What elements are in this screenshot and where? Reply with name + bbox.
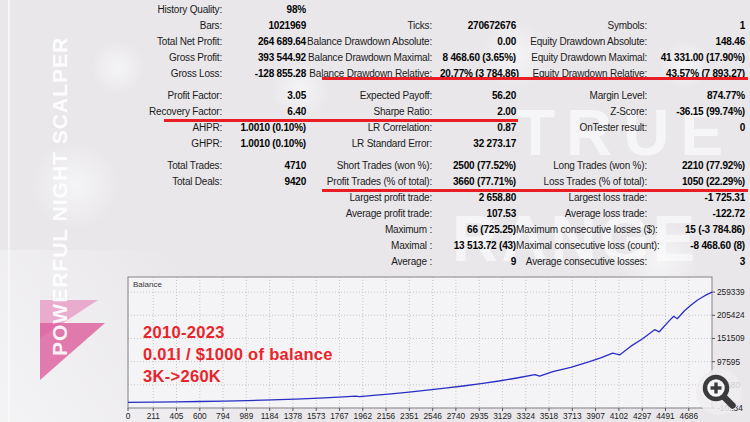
x-tick-label: 211 [147,411,161,421]
stat-value: 148.46 [655,34,745,50]
stat-label: Average loss trade: [516,206,655,222]
stat-label: Equity Drawdown Maximal: [516,50,655,66]
stat-value [230,254,306,270]
annotation-period: 2010-2023 [143,321,333,343]
stat-label: Short Trades (won %): [306,158,440,174]
x-tick-label: 3324 [517,411,536,421]
stat-label: Largest profit trade: [306,190,440,206]
stat-label: OnTester result: [516,120,655,136]
stat-value: 4710 [230,158,306,174]
stat-label: LR Standard Error: [306,136,440,152]
stat-value: 66 (725.25) [440,222,516,238]
x-tick-label: 1962 [354,411,373,421]
stat-value: 270672676 [440,18,516,34]
chart-title: Balance [133,280,162,289]
stat-label: Margin Level: [516,88,655,104]
stat-label: Total Trades: [130,158,230,174]
stat-label: Balance Drawdown Absolute: [306,34,440,50]
x-tick-label: 2935 [470,411,489,421]
stat-label: AHPR: [130,120,230,136]
x-tick-label: 405 [170,411,184,421]
stat-value: 56.20 [440,88,516,104]
stat-value: 1.0010 (0.10%) [230,120,306,136]
stat-value: -1 725.31 [655,190,745,206]
x-tick-label: 2546 [423,411,442,421]
stat-label [516,136,655,152]
y-tick-label: 205424 [717,310,745,320]
x-tick-label: 3518 [540,411,559,421]
annotation-lot-info: 0.01l / $1000 of balance [143,343,333,365]
product-name-vertical: POWERFUL NIGHT SCALPER [48,37,72,356]
stat-value: -128 855.28 [230,66,306,82]
stat-value: 0.00 [440,34,516,50]
highlight-underline-profit-trades [322,189,748,192]
annotation-growth: 3K->260K [143,365,333,387]
magnifier-plus-icon[interactable] [695,368,743,416]
stat-value: -8 468.60 (8) [655,238,745,254]
stat-label: Long Trades (won %): [516,158,655,174]
stat-value [655,136,745,152]
stat-value: 0.87 [440,120,516,136]
stat-value [230,222,306,238]
x-tick-label: 1767 [330,411,349,421]
edge-highlight-line [8,0,10,422]
stat-label: Gross Loss: [130,66,230,82]
stat-value: 9420 [230,174,306,190]
stat-label: LR Correlation: [306,120,440,136]
x-tick-label: 0 [126,411,131,421]
stat-value: 0 [655,120,745,136]
stat-value: -36.15 (99.74%) [655,104,745,120]
y-tick-label: 151509 [717,333,745,343]
stat-label [130,254,230,270]
stat-value: 2.00 [440,104,516,120]
stat-value: 3660 (77.71%) [440,174,516,190]
stat-value: 41 331.00 (17.90%) [655,50,745,66]
stat-label: Maximum consecutive losses ($): [516,222,655,238]
x-tick-label: 4102 [610,411,629,421]
stat-value: 98% [230,2,306,18]
stat-label: History Quality: [130,2,230,18]
stat-label: Gross Profit: [130,50,230,66]
x-tick-label: 2156 [377,411,396,421]
stat-label: Recovery Factor: [130,104,230,120]
stat-label: GHPR: [130,136,230,152]
stat-label: Equity Drawdown Absolute: [516,34,655,50]
stat-value: 393 544.92 [230,50,306,66]
stat-label [516,2,655,18]
stat-label: Profit Factor: [130,88,230,104]
stat-value [440,2,516,18]
stat-value: 8 468.60 (3.65%) [440,50,516,66]
stat-label [130,238,230,254]
x-tick-label: 4297 [633,411,652,421]
chart-annotation: 2010-2023 0.01l / $1000 of balance 3K->2… [143,321,333,387]
stat-label: Total Net Profit: [130,34,230,50]
stat-label: Sharpe Ratio: [306,104,440,120]
stat-value: 13 513.72 (43) [440,238,516,254]
stat-value [655,2,745,18]
x-tick-label: 1378 [284,411,303,421]
stat-value: 6.40 [230,104,306,120]
stat-value: 32 273.17 [440,136,516,152]
stat-value: 107.53 [440,206,516,222]
x-tick-label: 3713 [563,411,582,421]
tester-report-screen: POWERFUL NIGHT SCALPER TRUE RANGE Histor… [0,0,750,422]
stat-value: 1.0010 (0.10%) [230,136,306,152]
x-tick-label: 600 [193,411,207,421]
stat-value: 1050 (22.29%) [655,174,745,190]
stat-value: 2500 (77.52%) [440,158,516,174]
stats-section-general: History Quality:98%Bars:1021969Ticks:270… [130,2,745,82]
stat-label [130,190,230,206]
stat-label: Expected Payoff: [306,88,440,104]
y-tick-label: 259339 [717,287,745,297]
stats-section-trades: Total Trades:4710Short Trades (won %):25… [130,158,745,270]
highlight-underline-drawdown [322,77,748,80]
x-tick-label: 1573 [307,411,326,421]
stat-value [230,190,306,206]
stat-value: 1 [655,18,745,34]
x-tick-label: 794 [216,411,230,421]
x-tick-label: 2740 [447,411,466,421]
stat-label: Total Deals: [130,174,230,190]
x-tick-label: 4491 [656,411,675,421]
stat-label [130,206,230,222]
stat-label: Maximal consecutive loss (count): [516,238,655,254]
